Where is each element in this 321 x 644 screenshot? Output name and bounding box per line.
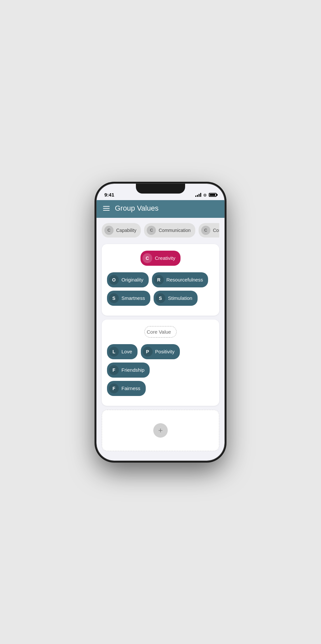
originality-tag-label: Originality [121,277,143,282]
notch [136,184,185,194]
positivity-tag[interactable]: P Positivity [141,344,180,359]
love-tag-label: Love [121,349,132,354]
originality-tag[interactable]: O Originality [107,272,149,287]
resourcefulness-tag[interactable]: R Resourcefulness [152,272,208,287]
stimulation-tag-letter: S [156,293,165,303]
creativity-tags-row-2: S Smartness S Stimulation [107,291,214,306]
positivity-tag-label: Positivity [155,349,175,354]
creativity-tags-row: O Originality R Resourcefulness [107,272,214,287]
phone-screen: 9:41 ⊛ [96,184,225,461]
friendship-tag-letter: F [109,365,119,375]
friendship-tag-label: Friendship [121,367,144,373]
chip-label-capability: Capability [116,228,136,233]
battery-icon [209,193,217,197]
core-value-card: Core Value L Love P Positivity [102,320,219,406]
originality-tag-letter: O [109,275,119,285]
screen-content: Group Values C Capability C Communicatio… [96,200,225,461]
core-value-tag[interactable]: Core Value [144,326,177,338]
add-card: + [102,410,219,451]
status-time: 9:41 [104,192,114,197]
love-tag[interactable]: L Love [107,344,138,359]
status-icons: ⊛ [195,193,217,197]
smartness-tag-letter: S [109,293,119,303]
creativity-card: C Creativity O Originality R Resourceful… [102,244,219,316]
friendship-tag[interactable]: F Friendship [107,363,150,378]
core-value-card-header: Core Value [107,326,214,338]
stimulation-tag-label: Stimulation [168,295,192,301]
smartness-tag[interactable]: S Smartness [107,291,150,306]
chip-letter-continuous: C [201,226,210,235]
chip-label-communication: Communication [159,228,190,233]
creativity-tag-letter: C [142,253,152,263]
core-value-tag-label: Core Value [147,329,171,335]
resourcefulness-tag-letter: R [154,275,164,285]
wifi-icon: ⊛ [203,193,207,197]
resourcefulness-tag-label: Resourcefulness [166,277,203,282]
chip-label-continuous: Continuous [213,228,219,233]
main-content: C Capability C Communication C Continuou… [96,218,225,461]
creativity-tag-label: Creativity [155,255,176,261]
page-title: Group Values [115,204,159,213]
add-button[interactable]: + [153,423,168,438]
positivity-tag-letter: P [143,347,153,357]
smartness-tag-label: Smartness [121,295,145,301]
stimulation-tag[interactable]: S Stimulation [154,291,198,306]
filter-chips-row: C Capability C Communication C Continuou… [102,223,219,239]
filter-chip-communication[interactable]: C Communication [144,223,195,238]
signal-icon [195,193,201,197]
chip-letter-communication: C [147,226,156,235]
core-value-tags-row: L Love P Positivity F Friendship [107,344,214,378]
core-value-tags-row-2: F Fairness [107,381,214,396]
fairness-tag-letter: F [109,384,119,393]
fairness-tag-label: Fairness [121,385,140,391]
love-tag-letter: L [109,347,119,357]
phone-frame: 9:41 ⊛ [96,184,225,461]
hamburger-button[interactable] [103,206,110,211]
fairness-tag[interactable]: F Fairness [107,381,146,396]
filter-chip-continuous[interactable]: C Continuous [199,223,219,238]
creativity-card-header: C Creativity [107,251,214,266]
filter-chip-capability[interactable]: C Capability [102,223,141,238]
creativity-tag[interactable]: C Creativity [140,251,181,266]
app-header: Group Values [96,200,225,218]
chip-letter-capability: C [104,226,114,235]
